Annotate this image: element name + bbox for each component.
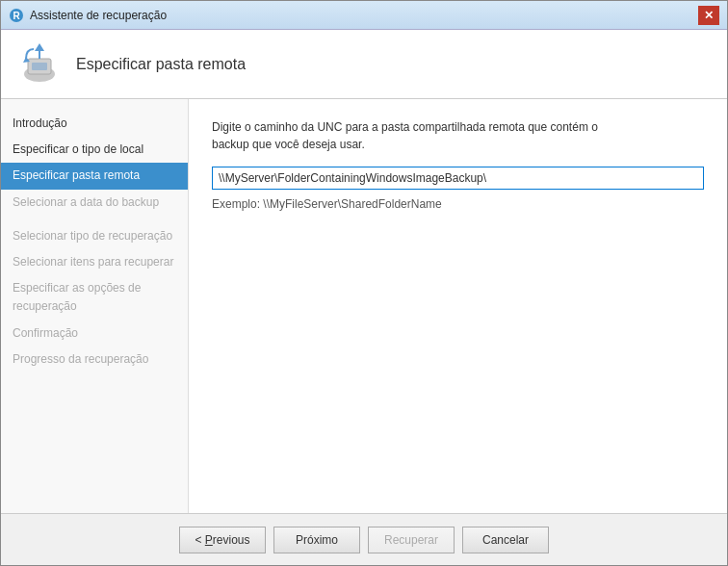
recovery-icon — [16, 41, 63, 88]
cancel-button[interactable]: Cancelar — [462, 527, 549, 553]
recover-button[interactable]: Recuperar — [368, 527, 455, 553]
sidebar-item-especificar-opcoes: Especificar as opções de recuperação — [1, 275, 188, 320]
sidebar-item-progresso: Progresso da recuperação — [1, 347, 188, 373]
sidebar-item-especificar-pasta-remota[interactable]: Especificar pasta remota — [1, 163, 188, 189]
sidebar-item-confirmacao: Confirmação — [1, 321, 188, 347]
sidebar-item-selecionar-data-backup: Selecionar a data do backup — [1, 190, 188, 216]
sidebar: Introdução Especificar o tipo de local E… — [1, 99, 189, 513]
header-title: Especificar pasta remota — [76, 56, 246, 73]
svg-text:R: R — [13, 11, 20, 21]
header-area: Especificar pasta remota — [1, 30, 727, 99]
sidebar-item-especificar-tipo-local[interactable]: Especificar o tipo de local — [1, 137, 188, 163]
window-title: Assistente de recuperação — [30, 9, 167, 22]
main-description: Digite o caminho da UNC para a pasta com… — [212, 118, 704, 153]
svg-rect-4 — [32, 63, 47, 70]
sidebar-item-introducao[interactable]: Introdução — [1, 111, 188, 137]
main-window: R Assistente de recuperação ✕ Especifica… — [0, 0, 728, 566]
example-text: Exemplo: \\MyFileServer\SharedFolderName — [212, 197, 704, 211]
svg-marker-5 — [35, 43, 44, 51]
title-bar: R Assistente de recuperação ✕ — [1, 1, 727, 30]
previous-button[interactable]: < Previous — [179, 527, 266, 553]
close-button[interactable]: ✕ — [698, 6, 719, 25]
sidebar-item-selecionar-tipo-recuperacao: Selecionar tipo de recuperação — [1, 223, 188, 249]
previous-underline: P — [205, 533, 213, 547]
unc-path-input[interactable] — [212, 167, 704, 190]
sidebar-item-selecionar-itens: Selecionar itens para recuperar — [1, 249, 188, 275]
description-line2: backup que você deseja usar. — [212, 138, 365, 151]
main-panel: Digite o caminho da UNC para a pasta com… — [189, 99, 727, 513]
footer: < Previous Próximo Recuperar Cancelar — [1, 513, 727, 565]
content-area: Introdução Especificar o tipo de local E… — [1, 99, 727, 513]
next-button[interactable]: Próximo — [273, 527, 360, 553]
title-bar-left: R Assistente de recuperação — [9, 8, 167, 23]
description-line1: Digite o caminho da UNC para a pasta com… — [212, 120, 598, 134]
app-icon: R — [9, 8, 24, 23]
